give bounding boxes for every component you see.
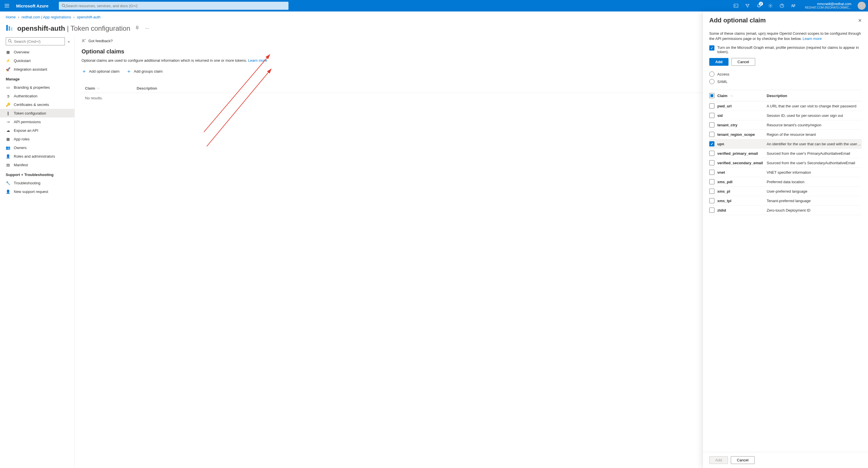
add-optional-claim-button[interactable]: ＋Add optional claim [82,67,119,76]
admins-icon: 👤 [6,154,10,158]
sidebar-item-expose-api[interactable]: ☁Expose an API [0,126,74,135]
user-block[interactable]: mmcneill@redhat.com REDHAT.COM (REDHAT0.… [805,2,851,9]
breadcrumb-openshift-auth[interactable]: openshift-auth [77,15,100,19]
claim-checkbox[interactable] [709,189,714,194]
claim-checkbox[interactable]: ✓ [709,141,714,147]
claim-row[interactable]: pwd_url A URL that the user can visit to… [709,101,862,111]
claim-checkbox[interactable] [709,198,714,203]
sidebar-item-authentication[interactable]: ➲Authentication [0,92,74,100]
expose-icon: ☁ [6,128,10,133]
claim-checkbox[interactable] [709,132,714,137]
sidebar-item-troubleshooting[interactable]: 🔧Troubleshooting [0,179,74,187]
sidebar-item-owners[interactable]: 👥Owners [0,143,74,152]
footer-cancel-button[interactable]: Cancel [731,456,754,464]
sidebar-item-branding[interactable]: ▭Branding & properties [0,83,74,92]
claim-row[interactable]: ztdid Zero-touch Deployment ID [709,206,862,215]
svg-point-12 [8,39,11,42]
claim-checkbox[interactable] [709,160,714,165]
claim-row[interactable]: tenant_region_scope Region of the resour… [709,130,862,139]
svg-point-6 [770,5,771,6]
avatar[interactable] [858,2,866,10]
sidebar-group-support: Support + Troubleshooting [0,169,74,179]
sidebar-item-app-roles[interactable]: ▦App roles [0,135,74,143]
claim-description: Zero-touch Deployment ID [767,208,862,213]
token-type-saml[interactable]: SAML [709,78,862,85]
claim-checkbox[interactable] [709,151,714,156]
learn-more-link[interactable]: Learn more [248,58,267,63]
svg-line-13 [11,42,12,43]
settings-icon[interactable] [766,1,775,10]
claim-row[interactable]: verified_secondary_email Sourced from th… [709,158,862,168]
hamburger-icon[interactable] [2,1,11,10]
claim-row[interactable]: xms_pdl Preferred data location [709,177,862,187]
cloud-shell-icon[interactable] [732,1,741,10]
sidebar-item-support-request[interactable]: 👤New support request [0,187,74,196]
claim-checkbox[interactable] [709,103,714,108]
claim-description: Sourced from the user's SecondaryAuthori… [767,161,862,165]
sidebar-item-roles-admins[interactable]: 👤Roles and administrators [0,152,74,160]
manifest-icon: ▤ [6,162,10,167]
sort-icon: ↑↓ [730,94,733,97]
notifications-icon[interactable]: 2 [754,1,764,10]
claim-row[interactable]: tenant_ctry Resource tenant's country/re… [709,120,862,130]
sidebar-search-input[interactable] [6,37,65,45]
sidebar-item-manifest[interactable]: ▤Manifest [0,160,74,169]
claim-name: vnet [717,170,725,175]
claim-row[interactable]: xms_pl User-preferred language [709,187,862,196]
claim-checkbox[interactable] [709,208,714,213]
claim-description: Preferred data location [767,180,862,184]
sidebar-item-quickstart[interactable]: ⚡Quickstart [0,56,74,65]
panel-intro-text: Some of these claims (email, upn) requir… [709,31,862,41]
claim-row[interactable]: verified_primary_email Sourced from the … [709,149,862,158]
claim-checkbox[interactable] [709,179,714,184]
filter-icon[interactable] [743,1,752,10]
svg-rect-1 [5,5,9,6]
feedback-icon[interactable] [789,1,798,10]
sidebar-item-token-config[interactable]: ∥Token configuration [0,109,74,118]
claim-checkbox[interactable] [709,122,714,127]
close-icon[interactable]: ✕ [858,18,862,23]
claim-row[interactable]: xms_tpl Tenant-preferred language [709,196,862,206]
breadcrumb-home[interactable]: Home [6,15,16,19]
branding-icon: ▭ [6,85,10,90]
claim-name: verified_primary_email [717,151,758,156]
collapse-sidebar-icon[interactable]: « [67,38,71,45]
sidebar-item-certificates[interactable]: 🔑Certificates & secrets [0,100,74,109]
sidebar-item-integration[interactable]: 🚀Integration assistant [0,65,74,73]
top-icon-bar: 2 [732,1,798,10]
claim-row[interactable]: vnet VNET specifier information [709,168,862,177]
panel-header: Add optional claim ✕ [703,11,868,28]
add-button[interactable]: Add [709,58,728,66]
token-type-access[interactable]: Access [709,70,862,78]
plus-icon: ＋ [82,68,87,75]
add-groups-claim-button[interactable]: ＋Add groups claim [126,67,162,76]
brand-label[interactable]: Microsoft Azure [16,3,49,8]
panel-learn-more-link[interactable]: Learn more [803,36,822,41]
footer-add-button[interactable]: Add [709,456,728,464]
pin-icon[interactable] [134,24,141,32]
sidebar-item-api-permissions[interactable]: ⊸API permissions [0,118,74,126]
top-bar: Microsoft Azure 2 mmcneill@redhat.com RE… [0,0,868,11]
claim-checkbox[interactable] [709,170,714,175]
auth-icon: ➲ [6,94,10,98]
plus-icon: ＋ [126,68,131,75]
rocket-icon: 🚀 [6,67,10,71]
wrench-icon: 🔧 [6,181,10,185]
sidebar-item-overview[interactable]: ▦Overview [0,48,74,56]
claim-checkbox[interactable] [709,113,714,118]
claim-row[interactable]: ✓ upn An identifier for the user that ca… [709,139,862,149]
help-icon[interactable] [777,1,786,10]
breadcrumb-app-registrations[interactable]: redhat.com | App registrations [22,15,71,19]
sort-icon: ↑↓ [97,87,100,90]
global-search[interactable] [59,2,288,10]
graph-permission-checkbox[interactable]: ✓ [709,45,714,51]
claim-row[interactable]: sid Session ID, used for per-session use… [709,111,862,120]
global-search-input[interactable] [66,4,286,8]
column-claim[interactable]: Claim ↑↓ [85,86,136,90]
token-icon: ∥ [6,111,10,116]
cancel-button[interactable]: Cancel [732,58,755,66]
more-icon[interactable]: ⋯ [144,25,150,32]
claim-description: Sourced from the user's PrimaryAuthorita… [767,151,862,156]
panel-body: Some of these claims (email, upn) requir… [703,28,868,452]
select-all-checkbox[interactable] [709,93,714,98]
